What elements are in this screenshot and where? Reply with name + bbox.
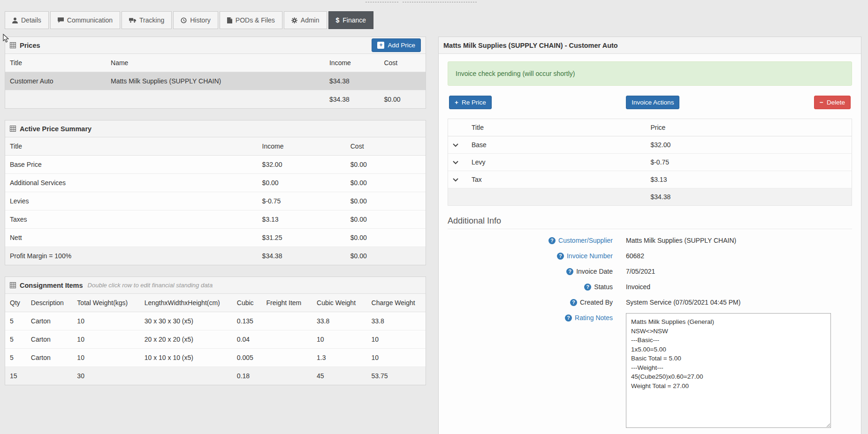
panel-subtitle: Double click row to edit financial stand… (88, 282, 213, 289)
tab-history[interactable]: History (173, 11, 218, 29)
help-icon[interactable]: ? (565, 314, 572, 322)
column-header-title: Title (5, 137, 258, 156)
cell-title: Base Price (5, 156, 258, 174)
prices-panel-header: Prices + Add Price (5, 37, 426, 54)
summary-row: Additional Services $0.00 $0.00 (5, 174, 426, 192)
chevron-down-icon[interactable] (453, 178, 458, 182)
tab-label: Finance (343, 16, 366, 24)
cell-title: Profit Margin = 100% (5, 247, 258, 265)
info-row-created-by: ? Created By System Service (07/05/2021 … (448, 298, 852, 307)
cell-income: $32.00 (258, 156, 346, 174)
summary-row: Nett $31.25 $0.00 (5, 229, 426, 247)
cell-cubic: 0.005 (232, 349, 262, 367)
tab-label: Tracking (139, 16, 164, 24)
right-column: Matts Milk Supplies (SUPPLY CHAIN) - Cus… (438, 37, 861, 434)
table-header-row: Title Name Income Cost (5, 54, 426, 72)
cell-charge-weight: 10 (367, 330, 426, 349)
add-price-button[interactable]: + Add Price (372, 38, 421, 52)
gear-icon (291, 17, 297, 23)
total-cost: $0.00 (379, 90, 426, 109)
column-header-charge-weight: Charge Weight (367, 294, 426, 312)
chevron-down-icon[interactable] (453, 161, 458, 165)
tab-admin[interactable]: Admin (284, 11, 327, 29)
help-icon[interactable]: ? (548, 237, 556, 244)
table-header-row: Title Income Cost (5, 137, 426, 156)
rating-notes-textarea[interactable]: Matts Milk Supplies (General) NSW<>NSW -… (626, 313, 831, 428)
cell-title: Levies (5, 192, 258, 210)
cell-title: Customer Auto (5, 72, 106, 90)
column-header-total-weight: Total Weight(kgs) (72, 294, 139, 312)
prices-panel: Prices + Add Price Title Name Income Cos… (5, 37, 426, 109)
totals-row: $34.38 (448, 188, 852, 206)
cropped-editable-underline (403, 0, 477, 2)
cell-title: Taxes (5, 210, 258, 229)
cell-description: Carton (26, 349, 73, 367)
cell-dimensions: 20 x 20 x 20 (x5) (140, 330, 232, 349)
invoice-price-row-base[interactable]: Base $32.00 (448, 136, 852, 154)
re-price-button[interactable]: + Re Price (449, 96, 492, 109)
history-icon (181, 17, 187, 23)
help-icon[interactable]: ? (570, 299, 577, 306)
table-icon (10, 282, 16, 288)
cell-freight-item (262, 312, 312, 330)
help-icon[interactable]: ? (566, 268, 573, 275)
invoice-price-row-tax[interactable]: Tax $3.13 (448, 171, 852, 188)
file-icon (227, 17, 232, 23)
cell-qty: 5 (5, 330, 26, 349)
invoice-price-total: $34.38 (646, 188, 852, 206)
cell-dimensions: 10 x 10 x 10 (x5) (140, 349, 232, 367)
column-header-title: Title (5, 54, 106, 72)
tab-tracking[interactable]: Tracking (122, 11, 172, 29)
invoice-number-value: 60682 (626, 251, 644, 261)
cell-price: $32.00 (646, 136, 852, 154)
tab-details[interactable]: Details (5, 11, 49, 29)
info-row-customer-supplier: ? Customer/Supplier Matts Milk Supplies … (448, 236, 852, 246)
rating-notes-label[interactable]: Rating Notes (575, 313, 613, 323)
invoice-actions-button[interactable]: Invoice Actions (626, 96, 679, 109)
cell-title: Tax (467, 171, 646, 188)
cell-name: Matts Milk Supplies (SUPPLY CHAIN) (106, 72, 325, 90)
tab-label: Admin (301, 16, 320, 24)
cell-cubic-weight: 1.3 (312, 349, 366, 367)
cell-description: Carton (26, 312, 73, 330)
consignment-row[interactable]: 5 Carton 10 30 x 30 x 30 (x5) 0.135 33.8… (5, 312, 426, 330)
chevron-down-icon[interactable] (453, 143, 458, 147)
info-row-invoice-date: ? Invoice Date 7/05/2021 (448, 267, 852, 277)
cell-total-weight: 10 (72, 349, 139, 367)
tab-pods-files[interactable]: PODs & Files (220, 11, 282, 29)
cropped-editable-underline (365, 0, 398, 2)
cell-cost: $0.00 (346, 229, 426, 247)
consignment-row[interactable]: 5 Carton 10 10 x 10 x 10 (x5) 0.005 1.3 … (5, 349, 426, 367)
tab-finance[interactable]: $ Finance (328, 11, 374, 29)
consignment-row[interactable]: 5 Carton 10 20 x 20 x 20 (x5) 0.04 10 10 (5, 330, 426, 349)
cell-price: $-0.75 (646, 154, 852, 171)
price-row[interactable]: Customer Auto Matts Milk Supplies (SUPPL… (5, 72, 426, 90)
cell-cost: $0.00 (346, 247, 426, 265)
record-tab-bar: Details Communication Tracking History P… (5, 11, 868, 29)
help-icon[interactable]: ? (584, 284, 591, 291)
total-qty: 15 (5, 367, 26, 385)
re-price-label: Re Price (462, 98, 486, 106)
invoice-price-table-container: Title Price Base $32.00 (448, 119, 852, 206)
total-charge-weight: 53.75 (367, 367, 426, 385)
help-icon[interactable]: ? (557, 253, 564, 260)
column-header-cost: Cost (346, 137, 426, 156)
cell-title: Base (467, 136, 646, 154)
tab-communication[interactable]: Communication (50, 11, 120, 29)
cell-income: $34.38 (258, 247, 346, 265)
delete-label: Delete (827, 98, 845, 106)
cell-income: $3.13 (258, 210, 346, 229)
cell-cost: $0.00 (346, 192, 426, 210)
info-row-status: ? Status Invoiced (448, 282, 852, 292)
panel-title: Active Price Summary (20, 125, 91, 133)
invoice-number-label[interactable]: Invoice Number (567, 251, 613, 261)
customer-supplier-label[interactable]: Customer/Supplier (558, 236, 613, 246)
column-header-cubic: Cubic (232, 294, 262, 312)
invoice-panel: Matts Milk Supplies (SUPPLY CHAIN) - Cus… (438, 37, 861, 434)
delete-button[interactable]: − Delete (814, 96, 851, 109)
cell-title: Levy (467, 154, 646, 171)
invoice-price-row-levy[interactable]: Levy $-0.75 (448, 154, 852, 171)
cell-charge-weight: 10 (367, 349, 426, 367)
panel-title: Consignment Items (20, 282, 83, 289)
tab-label: History (190, 16, 211, 24)
